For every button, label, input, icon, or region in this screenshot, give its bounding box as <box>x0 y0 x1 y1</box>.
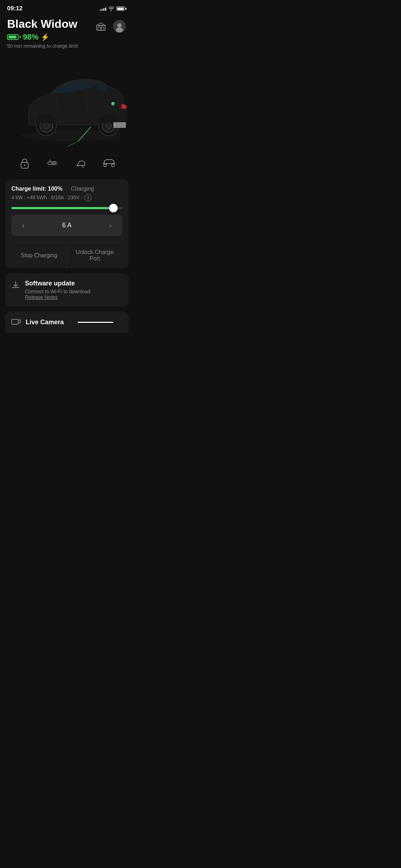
svg-point-22 <box>48 162 52 165</box>
quick-actions <box>0 150 134 179</box>
battery-percent: 98% <box>23 32 38 42</box>
software-update-card: Software update Connect to Wi-Fi to down… <box>5 273 129 306</box>
svg-point-6 <box>117 23 122 27</box>
battery-status: 98% ⚡ <box>7 32 78 42</box>
battery-indicator <box>7 34 21 40</box>
sentry-button[interactable] <box>72 154 90 172</box>
slider-thumb[interactable] <box>109 204 118 212</box>
camera-icon <box>11 318 21 326</box>
amp-increase-button[interactable]: › <box>106 220 115 231</box>
status-time: 09:12 <box>7 5 22 12</box>
svg-rect-3 <box>99 26 101 26</box>
charge-header: Charge limit: 100% · Charging <box>11 186 122 192</box>
live-camera-card[interactable]: Live Camera <box>5 311 129 333</box>
signal-icon <box>100 6 106 11</box>
garage-button[interactable] <box>94 19 108 33</box>
charge-stats: 4 kW · +48 kWh · 6/16A · 230V · 3 <box>11 194 122 201</box>
charge-card: Charge limit: 100% · Charging 4 kW · +48… <box>5 179 129 268</box>
status-bar: 09:12 <box>0 0 134 15</box>
svg-point-16 <box>106 123 112 129</box>
unlock-charge-port-button[interactable]: Unlock Charge Port <box>67 243 122 268</box>
charge-remaining: 50 min remaining to charge limit <box>7 43 78 49</box>
charging-status-text: Charging <box>71 186 94 192</box>
header-icons <box>94 19 127 33</box>
car-image <box>0 50 134 150</box>
software-title: Software update <box>25 280 91 287</box>
software-subtitle: Connect to Wi-Fi to download <box>25 289 91 294</box>
download-icon <box>11 280 20 291</box>
svg-rect-4 <box>101 26 103 26</box>
charging-bolt-icon: ⚡ <box>41 33 50 41</box>
release-notes-link[interactable]: Release Notes <box>25 294 91 300</box>
slider-fill <box>11 207 113 209</box>
profile-button[interactable] <box>112 19 127 33</box>
battery-status-icon <box>116 6 127 11</box>
car-controls-button[interactable] <box>100 154 118 172</box>
live-camera-title: Live Camera <box>26 319 64 326</box>
header: Black Widow 98% ⚡ 50 min remaining to ch… <box>0 15 134 50</box>
svg-point-19 <box>112 103 114 105</box>
svg-point-13 <box>43 123 49 129</box>
live-camera-divider <box>78 322 113 323</box>
svg-point-21 <box>24 165 25 166</box>
status-icons <box>100 6 127 11</box>
charge-slider[interactable] <box>11 207 122 209</box>
software-content: Software update Connect to Wi-Fi to down… <box>25 280 91 300</box>
svg-rect-2 <box>101 27 104 30</box>
amp-value: 6 A <box>62 222 71 229</box>
svg-point-7 <box>116 27 123 32</box>
car-name: Black Widow <box>7 18 78 30</box>
lock-button[interactable] <box>16 154 34 172</box>
stat-circle: 3 <box>84 194 92 201</box>
svg-point-24 <box>112 164 114 167</box>
amp-control: ‹ 6 A › <box>11 215 122 236</box>
charge-limit-text: Charge limit: 100% <box>11 186 62 192</box>
amp-decrease-button[interactable]: ‹ <box>19 220 28 231</box>
slider-track <box>11 207 122 209</box>
svg-point-23 <box>104 164 107 167</box>
svg-rect-25 <box>12 319 18 324</box>
wifi-icon <box>108 6 114 11</box>
svg-line-10 <box>68 141 78 146</box>
stop-charging-button[interactable]: Stop Charging <box>11 243 67 268</box>
car-info: Black Widow 98% ⚡ 50 min remaining to ch… <box>7 18 78 49</box>
svg-rect-17 <box>113 122 126 128</box>
action-buttons: Stop Charging Unlock Charge Port <box>11 242 122 268</box>
climate-button[interactable] <box>44 154 62 172</box>
svg-rect-1 <box>98 27 101 30</box>
